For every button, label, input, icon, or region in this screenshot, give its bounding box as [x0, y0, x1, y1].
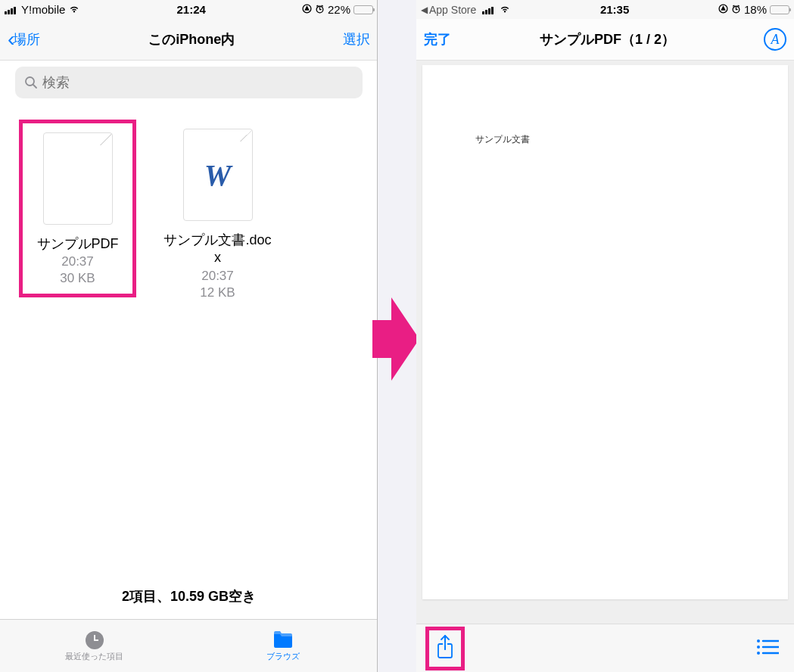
file-time: 20:37: [61, 254, 94, 269]
svg-line-3: [33, 85, 36, 88]
file-size: 30 KB: [60, 271, 95, 286]
page-title: このiPhone内: [40, 30, 343, 48]
pdf-viewer-screen: ◀ App Store 21:35 18% 完了 サンプルPDF（1 / 2） …: [416, 0, 794, 672]
search-box[interactable]: [15, 67, 363, 98]
clock-icon: [84, 630, 105, 649]
alarm-icon: [315, 3, 325, 16]
pdf-page-text: サンプル文書: [475, 133, 788, 146]
tab-bar: 最近使った項目 ブラウズ: [0, 619, 378, 672]
list-button[interactable]: [756, 639, 779, 658]
share-icon: [435, 635, 455, 659]
battery-icon: [770, 5, 789, 14]
wifi-icon: [68, 3, 80, 16]
file-thumbnail: [43, 132, 113, 225]
status-bar: Y!mobile 21:24 22%: [0, 0, 378, 19]
share-button[interactable]: [425, 627, 465, 670]
file-item-pdf[interactable]: サンプルPDF 20:37 30 KB: [19, 120, 136, 297]
location-icon: [302, 3, 312, 16]
back-to-app-button[interactable]: ◀ App Store: [421, 4, 476, 16]
tab-label: ブラウズ: [266, 651, 300, 662]
files-grid: サンプルPDF 20:37 30 KB W サンプル文書.docx 20:37 …: [0, 104, 378, 574]
select-button[interactable]: 選択: [343, 30, 370, 48]
svg-point-2: [26, 77, 34, 86]
back-label: 場所: [13, 30, 40, 48]
file-size: 12 KB: [200, 285, 235, 300]
pdf-page: サンプル文書: [422, 65, 788, 599]
file-time: 20:37: [201, 269, 234, 284]
folder-icon: [272, 630, 294, 649]
location-icon: [718, 3, 728, 16]
file-item-docx[interactable]: W サンプル文書.docx 20:37 12 KB: [159, 120, 276, 300]
back-button[interactable]: ‹ 場所: [8, 27, 40, 51]
svg-point-9: [757, 639, 760, 642]
carrier-label: Y!mobile: [21, 3, 65, 16]
status-bar: ◀ App Store 21:35 18%: [416, 0, 794, 19]
status-time: 21:35: [600, 3, 629, 16]
signal-icon: [482, 5, 496, 14]
pdf-title: サンプルPDF（1 / 2）: [451, 30, 764, 48]
markup-icon[interactable]: A: [764, 28, 786, 51]
files-app-screen: Y!mobile 21:24 22% ‹ 場所 このiPhone内 選択: [0, 0, 378, 672]
folder-summary: 2項目、10.59 GB空き: [0, 574, 378, 619]
signal-icon: [5, 5, 18, 14]
toolbar: [416, 624, 794, 672]
battery-pct: 18%: [744, 3, 767, 16]
svg-point-11: [757, 646, 760, 649]
tab-label: 最近使った項目: [65, 651, 123, 662]
wifi-icon: [499, 3, 511, 16]
done-button[interactable]: 完了: [424, 30, 451, 48]
search-input[interactable]: [42, 75, 353, 91]
status-time: 21:24: [176, 3, 205, 16]
file-name: サンプル文書.docx: [159, 232, 276, 267]
battery-icon: [353, 5, 373, 14]
nav-bar: ‹ 場所 このiPhone内 選択: [0, 19, 378, 61]
file-name: サンプルPDF: [34, 235, 122, 253]
list-icon: [756, 639, 779, 655]
battery-pct: 22%: [328, 3, 350, 16]
tab-recent[interactable]: 最近使った項目: [0, 620, 189, 672]
tab-browse[interactable]: ブラウズ: [189, 620, 378, 672]
alarm-icon: [731, 3, 741, 16]
svg-point-13: [757, 652, 760, 655]
nav-bar: 完了 サンプルPDF（1 / 2） A: [416, 19, 794, 61]
search-icon: [24, 76, 38, 89]
file-thumbnail: W: [183, 129, 253, 221]
arrow-icon: [372, 294, 419, 384]
pdf-viewport[interactable]: サンプル文書: [416, 61, 794, 624]
